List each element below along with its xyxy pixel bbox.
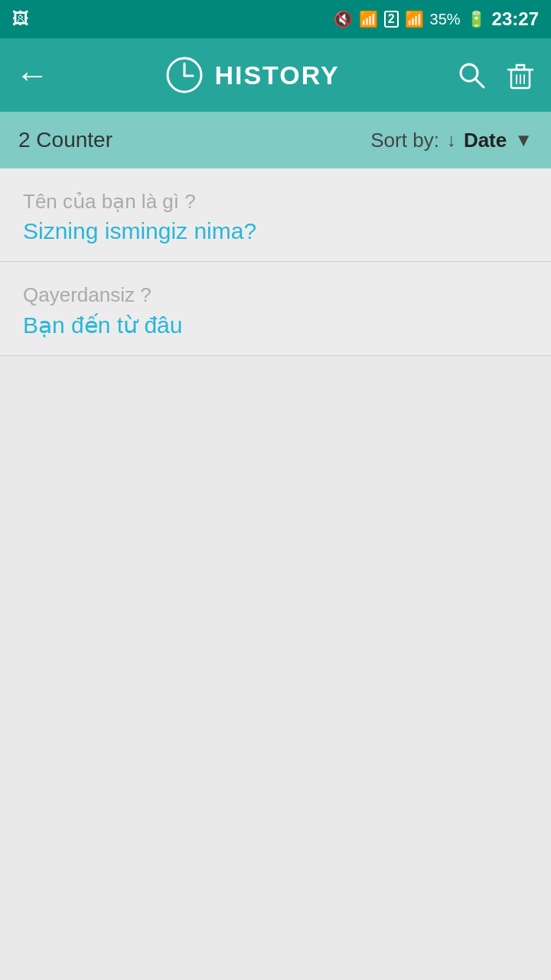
counter-text: 2 Counter	[18, 128, 112, 152]
search-icon[interactable]	[456, 60, 487, 90]
status-bar-left: 🖼	[12, 9, 29, 29]
app-bar-actions	[456, 60, 536, 90]
sort-dropdown-icon[interactable]: ▼	[514, 129, 533, 151]
battery-icon: 🔋	[467, 10, 486, 28]
app-bar: ← HISTORY	[0, 38, 551, 112]
signal-icon: 📶	[405, 10, 424, 28]
sort-group[interactable]: Sort by: ↓ Date ▼	[370, 129, 533, 152]
clock-icon	[165, 56, 204, 94]
back-arrow-icon: ←	[15, 56, 49, 94]
back-button[interactable]: ←	[15, 56, 49, 94]
wifi-icon: 📶	[359, 10, 378, 28]
sort-label: Sort by:	[370, 129, 439, 152]
status-bar: 🖼 🔇 📶 2 📶 35% 🔋 23:27	[0, 0, 551, 38]
list-item[interactable]: Qayerdansiz ?Bạn đến từ đâu	[0, 262, 551, 356]
list-item[interactable]: Tên của bạn là gì ?Sizning ismingiz nima…	[0, 168, 551, 262]
time-display: 23:27	[492, 8, 539, 30]
history-list: Tên của bạn là gì ?Sizning ismingiz nima…	[0, 168, 551, 356]
delete-icon[interactable]	[505, 60, 536, 90]
status-bar-right: 🔇 📶 2 📶 35% 🔋 23:27	[334, 8, 539, 30]
item-translation-text: Sizning ismingiz nima?	[23, 218, 528, 244]
sort-value: Date	[464, 129, 507, 152]
item-translation-text: Bạn đến từ đâu	[23, 312, 528, 338]
battery-text: 35%	[430, 11, 461, 28]
page-title: HISTORY	[214, 60, 339, 90]
sim2-icon: 2	[384, 11, 399, 28]
svg-line-4	[475, 79, 484, 87]
item-source-text: Tên của bạn là gì ?	[23, 190, 528, 214]
filter-bar: 2 Counter Sort by: ↓ Date ▼	[0, 112, 551, 168]
app-bar-title-group: HISTORY	[61, 56, 444, 94]
item-source-text: Qayerdansiz ?	[23, 283, 528, 307]
screenshot-icon: 🖼	[12, 9, 29, 29]
sort-direction-icon: ↓	[447, 129, 456, 151]
mute-icon: 🔇	[334, 10, 353, 28]
